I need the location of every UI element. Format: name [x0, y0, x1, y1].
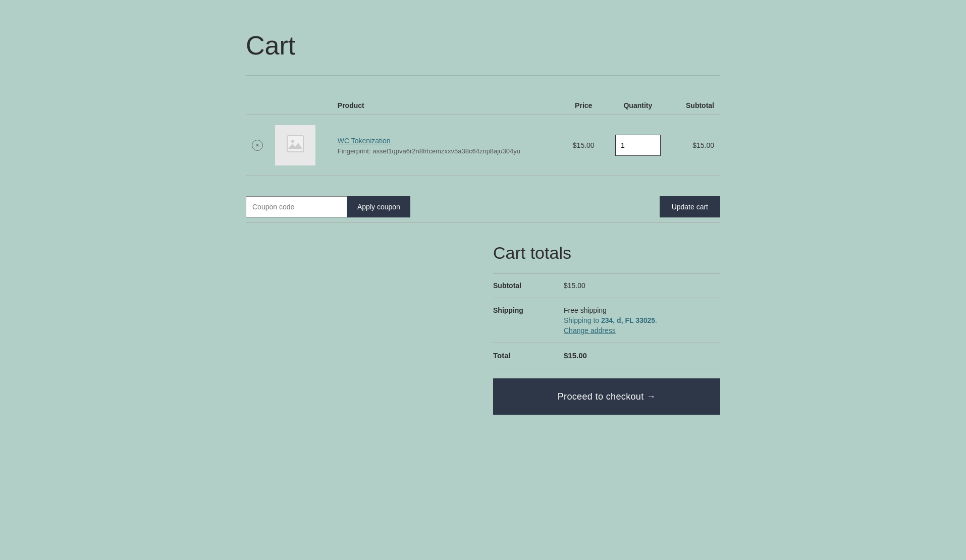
update-cart-button[interactable]: Update cart: [660, 196, 720, 217]
image-placeholder-icon: [286, 135, 304, 156]
shipping-label: Shipping: [493, 306, 564, 334]
remove-item-button[interactable]: ×: [252, 140, 263, 151]
apply-coupon-button[interactable]: Apply coupon: [347, 196, 410, 217]
col-header-price: Price: [563, 96, 604, 115]
product-price: $15.00: [563, 115, 604, 176]
remove-cell: ×: [246, 115, 269, 176]
proceed-to-checkout-button[interactable]: Proceed to checkout →: [493, 378, 720, 415]
coupon-input[interactable]: [246, 196, 347, 217]
product-quantity-cell: [604, 115, 672, 176]
product-name-link[interactable]: WC Tokenization: [338, 137, 391, 145]
col-header-subtotal: Subtotal: [672, 96, 720, 115]
totals-subtotal-row: Subtotal $15.00: [493, 273, 720, 298]
cart-totals: Cart totals Subtotal $15.00 Shipping Fre…: [493, 243, 720, 415]
table-row: ×: [246, 115, 720, 176]
product-image-cell: [269, 115, 332, 176]
total-label: Total: [493, 351, 564, 360]
coupon-left: Apply coupon: [246, 196, 410, 217]
svg-point-1: [291, 140, 294, 143]
quantity-input[interactable]: [615, 135, 661, 156]
total-value: $15.00: [564, 351, 720, 360]
subtotal-label: Subtotal: [493, 282, 564, 290]
shipping-value: Free shipping Shipping to 234, d, FL 330…: [564, 306, 720, 334]
cart-totals-section: Cart totals Subtotal $15.00 Shipping Fre…: [246, 243, 720, 415]
product-image: [275, 125, 315, 165]
totals-total-row: Total $15.00: [493, 343, 720, 368]
shipping-address-text: Shipping to 234, d, FL 33025.: [564, 316, 720, 324]
col-header-quantity: Quantity: [604, 96, 672, 115]
product-subtotal: $15.00: [672, 115, 720, 176]
coupon-row: Apply coupon Update cart: [246, 191, 720, 223]
product-fingerprint: Fingerprint: asset1qpva6r2n8frtcemzxxv5a…: [338, 147, 520, 155]
product-info: WC Tokenization Fingerprint: asset1qpva6…: [338, 136, 520, 155]
shipping-address-value: 234, d, FL 33025: [601, 316, 655, 324]
change-address-link[interactable]: Change address: [564, 326, 720, 334]
page-title: Cart: [246, 30, 720, 61]
product-cell: WC Tokenization Fingerprint: asset1qpva6…: [332, 115, 564, 176]
cart-totals-title: Cart totals: [493, 243, 720, 263]
col-header-product: Product: [332, 96, 564, 115]
totals-shipping-row: Shipping Free shipping Shipping to 234, …: [493, 298, 720, 343]
subtotal-value: $15.00: [564, 282, 720, 290]
title-divider: [246, 76, 720, 76]
cart-table: Product Price Quantity Subtotal ×: [246, 96, 720, 176]
shipping-free-text: Free shipping: [564, 306, 720, 314]
svg-rect-0: [287, 136, 303, 152]
